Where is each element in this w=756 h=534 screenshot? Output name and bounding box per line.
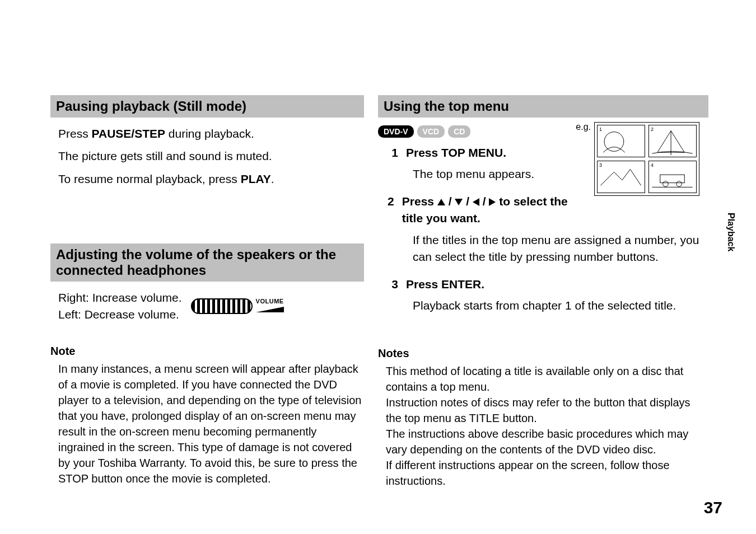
text: Press	[58, 127, 92, 140]
volume-dial-icon: VOLUME	[191, 298, 284, 315]
eg-label: e.g.	[576, 122, 591, 132]
text: .	[271, 172, 274, 185]
text: To resume normal playback, press	[58, 172, 241, 185]
text-bold: PAUSE/STEP	[92, 127, 165, 140]
notes-heading: Notes	[378, 347, 708, 360]
note-4: If different instructions appear on the …	[378, 457, 708, 489]
step-2-num: 2	[386, 193, 394, 227]
step-3-body: Playback starts from chapter 1 of the se…	[386, 297, 708, 314]
volume-label: VOLUME	[256, 298, 284, 305]
arrow-up-icon	[437, 199, 445, 205]
pausing-line1: Press PAUSE/STEP during playback.	[50, 125, 364, 142]
step-2-body: If the titles in the top menu are assign…	[378, 232, 708, 266]
arrow-down-icon	[455, 199, 463, 205]
section-title-pausing: Pausing playback (Still mode)	[50, 95, 364, 118]
example-thumbnails: e.g. 1 2 3 4	[576, 122, 699, 196]
note-heading: Note	[50, 345, 364, 358]
side-tab-playback: Playback	[726, 213, 736, 251]
volume-left: Left: Decrease volume.	[58, 306, 182, 322]
text: during playback.	[165, 127, 254, 140]
text: Press	[402, 195, 437, 208]
left-column: Pausing playback (Still mode) Press PAUS…	[50, 95, 364, 486]
volume-right: Right: Increase volume.	[58, 289, 182, 306]
text-bold: PLAY	[241, 172, 271, 185]
section-title-volume: Adjusting the volume of the speakers or …	[50, 243, 364, 282]
pausing-line2: The picture gets still and sound is mute…	[50, 148, 364, 165]
step-1-num: 1	[386, 144, 398, 161]
badge-dvdv: DVD-V	[378, 125, 414, 138]
section-title-topmenu: Using the top menu	[378, 95, 708, 118]
thumbnail-2: 2	[648, 125, 697, 157]
arrow-left-icon	[473, 198, 479, 206]
step-3-num: 3	[386, 276, 398, 293]
pausing-line3: To resume normal playback, press PLAY.	[50, 171, 364, 188]
badge-vcd: VCD	[417, 125, 445, 138]
badge-cd: CD	[448, 125, 470, 138]
svg-marker-0	[256, 307, 284, 312]
note-1: This method of locating a title is avail…	[378, 363, 708, 395]
thumbnail-1: 1	[597, 125, 645, 157]
step-1-title: Press TOP MENU.	[406, 144, 506, 161]
right-column: Using the top menu DVD-V VCD CD e.g. 1 2…	[378, 95, 708, 489]
step-2-title: Press / / / to select the title you want…	[402, 193, 568, 227]
step-3-title: Press ENTER.	[406, 276, 484, 293]
note-body: In many instances, a menu screen will ap…	[50, 361, 364, 486]
svg-point-5	[676, 181, 682, 187]
note-2: Instruction notes of discs may refer to …	[378, 395, 708, 426]
arrow-right-icon	[489, 198, 496, 206]
step-1-body: The top menu appears.	[386, 166, 568, 182]
thumbnail-3: 3	[597, 161, 645, 193]
page-number: 37	[704, 498, 722, 517]
thumbnail-4: 4	[648, 161, 697, 193]
svg-point-4	[663, 181, 669, 187]
note-3: The instructions above describe basic pr…	[378, 426, 708, 457]
svg-point-1	[604, 132, 624, 152]
